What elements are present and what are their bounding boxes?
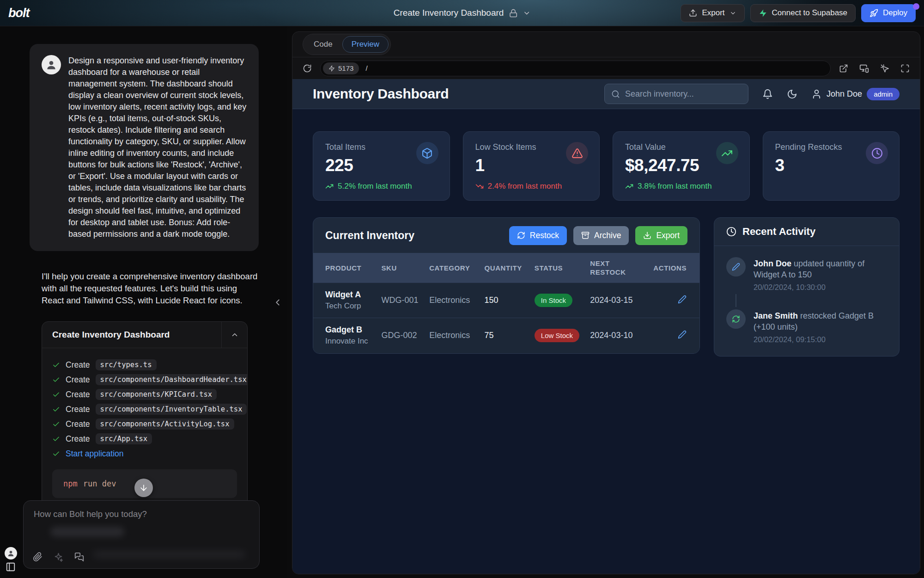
user-menu[interactable]: John Doe admin <box>811 88 900 100</box>
kpi-trend: 2.4% from last month <box>475 182 562 191</box>
view-tab-group: Code Preview <box>303 34 391 55</box>
step-file-chip[interactable]: src/types.ts <box>96 359 157 370</box>
table-row[interactable]: Widget A Tech Corp WDG-001 Electronics 1… <box>313 283 699 318</box>
package-icon <box>416 142 438 164</box>
plan-step: Create src/types.ts <box>52 357 237 372</box>
responsive-devices-icon[interactable] <box>859 63 869 73</box>
inventory-title: Current Inventory <box>325 229 414 242</box>
port-chip[interactable]: 5173 <box>323 62 359 74</box>
check-icon <box>52 406 60 413</box>
step-action: Create <box>66 419 90 429</box>
product-quantity[interactable]: 75 <box>484 318 534 353</box>
edit-pencil-icon <box>726 257 746 277</box>
plan-step: Create src/components/ActivityLog.tsx <box>52 417 237 431</box>
export-label: Export <box>702 8 724 18</box>
archive-button[interactable]: Archive <box>573 226 629 245</box>
start-application-link[interactable]: Start application <box>66 449 124 459</box>
tab-code[interactable]: Code <box>305 37 341 52</box>
next-restock-date: 2024-03-10 <box>590 318 653 353</box>
inspector-pointer-icon[interactable] <box>880 64 889 73</box>
inventory-card-header: Current Inventory Restock Archive <box>313 218 699 253</box>
check-icon <box>52 435 60 443</box>
project-title-menu[interactable]: Create Inventory Dashboard <box>394 8 531 18</box>
connect-supabase-button[interactable]: Connect to Supabase <box>750 4 856 22</box>
chat-input-toolbar <box>33 552 84 562</box>
command-name: npm <box>63 479 78 488</box>
plan-title: Create Inventory Dashboard <box>42 322 221 348</box>
person-icon <box>7 549 15 557</box>
chevron-up-icon <box>231 331 239 339</box>
step-file-chip[interactable]: src/components/KPICard.tsx <box>96 389 217 400</box>
edit-pencil-icon[interactable] <box>678 330 687 339</box>
check-icon <box>52 420 60 428</box>
activity-user: John Doe <box>754 259 791 268</box>
chevron-down-icon <box>729 10 736 17</box>
zap-icon <box>328 65 335 72</box>
clock-icon <box>866 142 888 164</box>
col-category: CATEGORY <box>429 253 484 283</box>
refresh-icon <box>726 309 746 329</box>
user-icon <box>811 89 822 99</box>
alert-triangle-icon <box>566 142 588 164</box>
notification-dot[interactable] <box>913 3 919 10</box>
fullscreen-icon[interactable] <box>900 64 910 73</box>
connect-supabase-label: Connect to Supabase <box>772 8 848 18</box>
inventory-search[interactable] <box>604 84 748 104</box>
bolt-logo[interactable]: bolt <box>8 6 29 20</box>
activity-item: Jane Smith restocked Gadget B (+100 unit… <box>726 309 887 344</box>
tab-preview[interactable]: Preview <box>342 36 389 53</box>
col-status: STATUS <box>535 253 590 283</box>
collapse-chat-handle[interactable] <box>273 297 283 309</box>
table-row[interactable]: Gadget B Innovate Inc GDG-002 Electronic… <box>313 318 699 353</box>
activity-user: Jane Smith <box>754 311 798 320</box>
discuss-icon[interactable] <box>74 552 84 562</box>
dark-mode-toggle-icon[interactable] <box>787 89 797 99</box>
chat-input-box[interactable] <box>23 500 260 569</box>
plan-step: Create src/App.tsx <box>52 431 237 446</box>
reload-icon[interactable] <box>303 64 312 73</box>
plan-collapse-button[interactable] <box>221 322 247 348</box>
step-action: Create <box>66 434 90 444</box>
deploy-label: Deploy <box>883 8 907 18</box>
col-next-restock: NEXT RESTOCK <box>590 253 653 283</box>
next-restock-date: 2024-03-15 <box>590 283 653 318</box>
restock-button[interactable]: Restock <box>509 226 567 245</box>
address-bar[interactable]: 5173 / <box>320 61 831 76</box>
step-file-chip[interactable]: src/components/ActivityLog.tsx <box>96 418 234 430</box>
open-external-icon[interactable] <box>839 64 848 73</box>
deploy-button[interactable]: Deploy <box>861 4 916 22</box>
notifications-bell-icon[interactable] <box>762 89 773 99</box>
scroll-to-bottom-button[interactable] <box>134 479 153 497</box>
step-action: Create <box>66 405 90 414</box>
attach-icon[interactable] <box>33 552 43 562</box>
sparkles-icon[interactable] <box>54 552 63 562</box>
search-input[interactable] <box>625 89 742 99</box>
user-message: Design a responsive and user-friendly in… <box>30 44 259 251</box>
user-avatar <box>42 55 61 74</box>
top-bar: bolt Create Inventory Dashboard Export C… <box>0 0 924 26</box>
table-header-row: PRODUCT SKU CATEGORY QUANTITY STATUS NEX… <box>313 253 699 283</box>
port-number: 5173 <box>338 64 353 72</box>
product-supplier: Tech Corp <box>325 301 377 311</box>
plan-step: Create src/components/InventoryTable.tsx <box>52 402 237 417</box>
product-quantity[interactable]: 150 <box>484 283 534 318</box>
sidebar-toggle-button[interactable] <box>6 562 16 574</box>
export-button[interactable]: Export <box>681 4 744 22</box>
col-sku: SKU <box>381 253 429 283</box>
step-file-chip[interactable]: src/components/InventoryTable.tsx <box>96 404 247 415</box>
trending-up-icon <box>716 142 738 164</box>
export-csv-button[interactable]: Export <box>635 226 687 245</box>
workbench-panel: Code Preview 5173 / <box>287 26 924 578</box>
step-file-chip[interactable]: src/App.tsx <box>96 433 152 444</box>
kpi-card-total-value: Total Value $8,247.75 3.8% from last mon… <box>613 131 750 201</box>
status-badge: Low Stock <box>535 329 579 342</box>
product-category: Electronics <box>429 283 484 318</box>
edit-pencil-icon[interactable] <box>678 295 687 304</box>
chat-panel: Design a responsive and user-friendly in… <box>0 26 287 578</box>
plan-step: Create src/components/DashboardHeader.ts… <box>52 372 237 387</box>
preview-urlbar: 5173 / <box>292 57 920 79</box>
account-avatar[interactable] <box>5 547 17 560</box>
trending-up-icon <box>325 182 334 191</box>
step-file-chip[interactable]: src/components/DashboardHeader.tsx <box>96 374 248 385</box>
product-name: Gadget B <box>325 325 377 335</box>
